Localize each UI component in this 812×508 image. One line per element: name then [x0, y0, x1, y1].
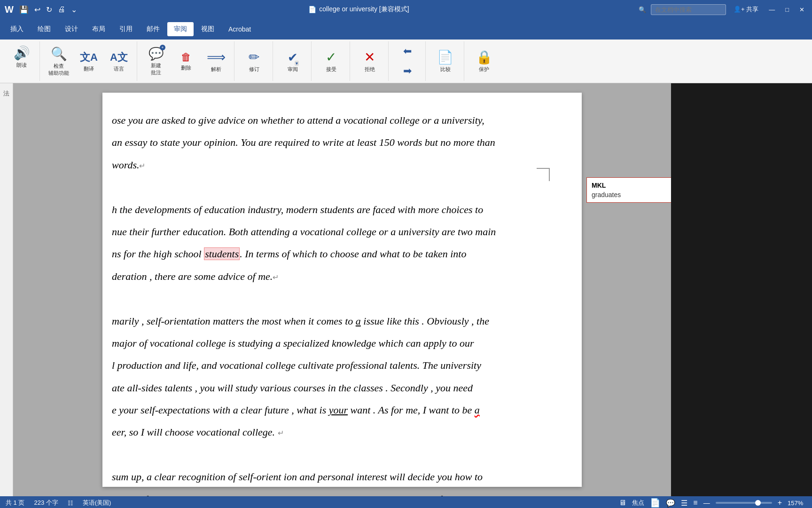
zoom-minus-button[interactable]: —	[703, 499, 710, 507]
window-close-button[interactable]: ✕	[796, 5, 807, 14]
paragraph-7: deration , there are some advice of me.↵	[112, 268, 544, 285]
highlighted-students: students	[204, 247, 240, 260]
language-button[interactable]: A文 语言	[105, 48, 133, 74]
new-comment-button[interactable]: 💬 + 新建批注	[142, 45, 170, 78]
document-page: ose you are asked to give advice on whet…	[102, 93, 582, 487]
check-label: 检查辅助功能	[48, 63, 69, 77]
file-icon: 📄	[308, 6, 316, 13]
quick-access-toolbar: 💾 ↩ ↻ 🖨 ⌄	[17, 4, 79, 15]
track-icon: ✏	[249, 49, 259, 65]
accept-label: 接受	[326, 66, 336, 73]
document-scroll[interactable]: ose you are asked to give advice on whet…	[13, 83, 671, 496]
menu-item-review[interactable]: 审阅	[167, 22, 194, 36]
undo-button[interactable]: ↩	[32, 4, 42, 15]
language[interactable]: 英语(美国)	[83, 499, 111, 507]
right-sidebar	[671, 83, 812, 496]
protect-button[interactable]: 🔒 保护	[470, 48, 498, 75]
resolve-comment-button[interactable]: ⟹ 解析	[202, 48, 230, 75]
ribbon-group-protect: 🔒 保护	[465, 41, 503, 81]
read-aloud-label: 朗读	[16, 62, 27, 69]
menu-item-references[interactable]: 引用	[113, 22, 139, 36]
menu-item-insert[interactable]: 插入	[4, 22, 30, 36]
window-maximize-button[interactable]: □	[782, 5, 792, 14]
protect-icon: 🔒	[476, 49, 492, 65]
layout-view-icon[interactable]: 📄	[650, 498, 660, 508]
comment-author: MKL	[592, 182, 671, 189]
para-mark-13: ↵	[278, 429, 284, 437]
review-pane-button[interactable]: ✔ ▾ 审阅	[279, 48, 307, 75]
menu-item-draw[interactable]: 绘图	[31, 22, 57, 36]
reject-button[interactable]: ✕ 拒绝	[356, 48, 384, 75]
new-comment-group: 💬 + 新建批注	[142, 45, 170, 78]
ribbon-group-review: ✔ ▾ 审阅	[274, 41, 312, 81]
ribbon-group-reject: ✕ 拒绝	[351, 41, 389, 81]
check-accessibility-button[interactable]: 🔍 检查辅助功能	[45, 44, 73, 79]
ribbon: 🔊 朗读 🔍 检查辅助功能 文A 翻译 A文 语言 💬 + 新建批注	[0, 40, 812, 83]
paragraph-4: h the developments of education industry…	[112, 201, 544, 218]
zoom-thumb[interactable]	[755, 500, 761, 506]
window-minimize-button[interactable]: —	[766, 5, 778, 14]
menu-item-layout[interactable]: 布局	[86, 22, 112, 36]
compare-label: 比较	[440, 66, 451, 73]
new-comment-icon: 💬 +	[148, 47, 164, 61]
track-label: 修订	[249, 66, 259, 73]
para-mark-7: ↵	[273, 273, 279, 281]
paragraph-5: nue their further education. Both attend…	[112, 223, 544, 240]
outline-view-icon[interactable]: ≡	[693, 499, 697, 507]
zoom-slider[interactable]	[716, 502, 772, 504]
paragraph-12: e your self-expectations with a clear fu…	[112, 401, 544, 419]
ribbon-group-accept: ✓ 接受	[312, 41, 350, 81]
document-title: college or university [兼容模式]	[319, 5, 409, 14]
menu-item-mailings[interactable]: 邮件	[140, 22, 166, 36]
language-label: 语言	[114, 65, 124, 72]
menu-item-view[interactable]: 视图	[195, 22, 221, 36]
new-comment-label: 新建批注	[151, 62, 161, 76]
translate-button[interactable]: 文A 翻译	[75, 48, 103, 74]
status-bar: 共 1 页 223 个字 ☷ 英语(美国) 🖥 焦点 📄 💬 ☰ ≡ — + 1…	[0, 496, 812, 508]
comment-view-icon[interactable]: 💬	[666, 499, 675, 508]
delete-comment-label: 删除	[181, 64, 191, 71]
zoom-level[interactable]: 157%	[788, 500, 806, 507]
save-button[interactable]: 💾	[17, 4, 31, 15]
list-view-icon[interactable]: ☰	[681, 499, 687, 508]
track-changes-button[interactable]: ✏ 修订	[240, 48, 268, 75]
paragraph-blank2	[112, 290, 544, 307]
share-button[interactable]: 👤+ 共享	[731, 4, 761, 15]
paragraph-2: an essay to state your opinion. You are …	[112, 134, 544, 151]
reject-label: 拒绝	[365, 66, 375, 73]
review-pane-label: 审阅	[288, 66, 298, 73]
document-check-icon[interactable]: ☷	[68, 500, 73, 507]
previous-comment-button[interactable]: ⬅	[393, 43, 422, 59]
paragraph-blank	[112, 178, 544, 196]
read-aloud-button[interactable]: 🔊 朗读	[8, 43, 36, 71]
menu-item-acrobat[interactable]: Acrobat	[222, 23, 258, 36]
ribbon-group-nav: ⬅ ➡	[390, 41, 426, 81]
zoom-plus-button[interactable]: +	[778, 499, 782, 507]
title-bar-right: 🔍 👤+ 共享 — □ ✕	[639, 4, 807, 15]
paragraph-1: ose you are asked to give advice on whet…	[112, 111, 544, 129]
next-comment-button[interactable]: ➡	[393, 63, 422, 79]
menu-item-design[interactable]: 设计	[58, 22, 85, 36]
redo-button[interactable]: ↻	[44, 4, 54, 15]
print-button[interactable]: 🖨	[56, 4, 67, 15]
comment-text: graduates	[592, 191, 671, 198]
compare-button[interactable]: 📄 比较	[431, 48, 460, 75]
paragraph-11: ate all-sides talents , you will study v…	[112, 379, 544, 397]
title-bar-left: W 💾 ↩ ↻ 🖨 ⌄	[5, 4, 79, 15]
underline-your: your	[329, 404, 348, 416]
prev-icon: ⬅	[403, 45, 412, 57]
para-mark-3: ↵	[139, 162, 145, 170]
focus-label[interactable]: 焦点	[632, 499, 644, 507]
document-area: 法 ose you are asked to give advice on wh…	[0, 83, 812, 496]
resolve-icon: ⟹	[207, 49, 226, 65]
language-icon: A文	[110, 50, 128, 64]
focus-icon[interactable]: 🖥	[619, 499, 626, 507]
quick-access-more-button[interactable]: ⌄	[69, 4, 79, 15]
accept-button[interactable]: ✓ 接受	[317, 48, 345, 75]
resolve-label: 解析	[211, 66, 221, 73]
search-input[interactable]	[651, 4, 726, 15]
paragraph-3: words.↵	[112, 156, 544, 174]
document-content[interactable]: ose you are asked to give advice on whet…	[112, 111, 544, 496]
delete-comment-button[interactable]: 🗑 删除	[172, 49, 200, 73]
page-corner	[537, 168, 550, 181]
